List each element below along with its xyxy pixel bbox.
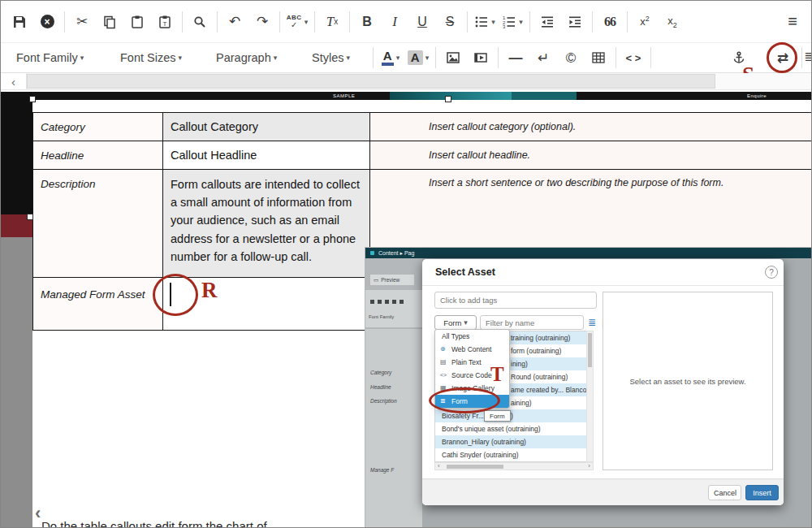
italic-button[interactable]: I bbox=[381, 9, 408, 35]
table-cell-category-hint[interactable]: Insert callout category (optional). bbox=[369, 112, 811, 141]
cancel-button[interactable]: × bbox=[33, 9, 61, 35]
indent-icon bbox=[568, 15, 582, 29]
font-family-dropdown[interactable]: Font Family▾ bbox=[6, 45, 110, 70]
toolbar-divider bbox=[615, 47, 616, 68]
bullet-list-icon bbox=[474, 15, 489, 29]
table-cell-managed-form-asset-label[interactable]: Managed Form Asset bbox=[32, 277, 162, 331]
find-replace-button[interactable] bbox=[186, 9, 214, 35]
styles-dropdown[interactable]: Styles▾ bbox=[301, 45, 369, 70]
toolbar-divider bbox=[182, 11, 183, 32]
annotation-circle-t bbox=[429, 387, 500, 413]
insert-button-dialog[interactable]: Insert bbox=[745, 485, 779, 500]
chevron-down-icon: ▾ bbox=[179, 54, 183, 62]
scroll-left-arrow[interactable]: ‹ bbox=[438, 462, 440, 470]
asset-list-item[interactable]: Bond's unique asset (outraining) bbox=[435, 422, 586, 435]
asset-list-horizontal-scrollbar[interactable]: ‹ › bbox=[434, 462, 594, 470]
scrollbar-thumb[interactable] bbox=[588, 333, 592, 367]
clear-formatting-button[interactable]: Tx bbox=[318, 9, 346, 35]
overflow-toolbar-icon[interactable]: ≣ bbox=[804, 50, 812, 63]
mini-toolbar-icon bbox=[385, 300, 389, 304]
save-button[interactable] bbox=[6, 9, 33, 35]
scroll-right-arrow[interactable]: › bbox=[588, 462, 590, 470]
inset-table-labels: Category Headline Description Manage F bbox=[365, 329, 422, 527]
table-cell-headline-label[interactable]: Headline bbox=[32, 141, 162, 169]
asset-list-item[interactable]: Brannon_Hilary (outraining) bbox=[435, 435, 586, 448]
dropdown-item-all-types[interactable]: All Types bbox=[435, 330, 509, 343]
inset-breadcrumb: Content ▸ Pag bbox=[378, 250, 414, 257]
insert-table-button[interactable] bbox=[585, 45, 612, 71]
scrollbar-thumb[interactable] bbox=[447, 465, 503, 469]
tags-input[interactable] bbox=[434, 292, 597, 309]
mini-toolbar-icon bbox=[370, 300, 374, 304]
asset-type-dropdown-button[interactable]: Form ▾ bbox=[434, 315, 477, 330]
bold-button[interactable]: B bbox=[353, 9, 381, 35]
font-sizes-dropdown[interactable]: Font Sizes▾ bbox=[110, 45, 205, 70]
table-cell-category-label[interactable]: Category bbox=[32, 112, 162, 141]
paste-button[interactable] bbox=[123, 9, 151, 35]
chevron-down-icon: ▾ bbox=[464, 318, 468, 327]
numbered-list-icon: 123 bbox=[502, 15, 516, 29]
line-break-button[interactable]: ↵ bbox=[529, 45, 557, 71]
list-view-icon[interactable]: ≣ bbox=[588, 315, 596, 330]
annotation-circle-s bbox=[767, 42, 797, 73]
help-icon[interactable]: ? bbox=[765, 266, 778, 279]
text-color-icon: A bbox=[382, 50, 394, 67]
redo-button[interactable]: ↷ bbox=[248, 9, 276, 35]
table-cell-description-value[interactable]: Form callouts are intended to collect a … bbox=[162, 169, 369, 277]
subscript-button[interactable]: x2 bbox=[659, 9, 686, 35]
table-cell-category-value[interactable]: Callout Category bbox=[162, 112, 369, 141]
horizontal-scrollbar[interactable]: ‹ bbox=[1, 73, 811, 90]
insert-image-button[interactable] bbox=[439, 45, 467, 71]
text-color-button[interactable]: A ▾ bbox=[377, 45, 404, 71]
table-cell-description-label[interactable]: Description bbox=[32, 169, 162, 277]
cancel-button-dialog[interactable]: Cancel bbox=[708, 485, 741, 500]
filter-by-name-input[interactable] bbox=[480, 315, 584, 330]
cut-button[interactable]: ✂ bbox=[68, 9, 96, 35]
paragraph-dropdown[interactable]: Paragraph▾ bbox=[205, 45, 301, 70]
scroll-left-arrow-bottom[interactable]: ‹ bbox=[35, 503, 41, 524]
toolbar-divider bbox=[435, 47, 436, 68]
image-icon bbox=[446, 50, 460, 65]
chevron-down-icon: ▾ bbox=[304, 18, 309, 26]
toolbar-divider bbox=[64, 11, 65, 32]
dropdown-item-web-content[interactable]: ⊕ Web Content bbox=[435, 343, 509, 356]
toolbar-row-2: Font Family▾ Font Sizes▾ Paragraph▾ Styl… bbox=[1, 43, 811, 73]
numbered-list-button[interactable]: 123 ▾ bbox=[499, 9, 526, 35]
undo-button[interactable]: ↶ bbox=[221, 9, 248, 35]
table-cell-headline-hint[interactable]: Insert callout headline. bbox=[369, 141, 811, 169]
insert-media-button[interactable] bbox=[467, 45, 495, 71]
bullet-list-button[interactable]: ▾ bbox=[471, 9, 499, 35]
scroll-left-arrow[interactable]: ‹ bbox=[1, 73, 27, 89]
editor-window: × ✂ T ↶ ↷ ABC ✓ ▾ bbox=[0, 0, 812, 528]
selection-handle-top-left[interactable] bbox=[29, 96, 36, 102]
paste-as-text-button[interactable]: T bbox=[151, 9, 179, 35]
spellcheck-button[interactable]: ABC ✓ ▾ bbox=[283, 9, 311, 35]
spellcheck-icon: ABC ✓ bbox=[287, 15, 302, 29]
indent-button[interactable] bbox=[561, 9, 589, 35]
page-background-strip-dark bbox=[1, 92, 32, 214]
banner-teal-shape bbox=[512, 92, 577, 100]
scrollbar-thumb[interactable] bbox=[27, 74, 715, 89]
copyright-symbol-button[interactable]: © bbox=[557, 45, 585, 71]
selection-handle-left-middle[interactable] bbox=[27, 214, 33, 220]
superscript-icon: x2 bbox=[640, 15, 650, 28]
superscript-button[interactable]: x2 bbox=[631, 9, 659, 35]
asset-list-vertical-scrollbar[interactable] bbox=[586, 331, 594, 462]
inset-font-family-label: Font Family bbox=[369, 314, 394, 319]
table-cell-headline-value[interactable]: Callout Headline bbox=[162, 141, 369, 169]
page-header-banner: SAMPLE Enquire bbox=[32, 92, 811, 100]
underline-button[interactable]: U bbox=[408, 9, 436, 35]
background-color-button[interactable]: A ▾ bbox=[404, 45, 432, 71]
source-code-button[interactable]: < > bbox=[620, 45, 647, 71]
toolbar-menu-button[interactable]: ≡ bbox=[779, 9, 806, 35]
copy-button[interactable] bbox=[96, 9, 123, 35]
horizontal-rule-button[interactable]: — bbox=[502, 45, 529, 71]
asset-list-item[interactable]: Cathi Snyder (outraining) bbox=[435, 448, 586, 461]
blockquote-button[interactable]: 66 bbox=[596, 9, 624, 35]
selection-handle-top-center[interactable] bbox=[445, 96, 451, 102]
outdent-button[interactable] bbox=[533, 9, 561, 35]
strikethrough-button[interactable]: S bbox=[436, 9, 464, 35]
dialog-title: Select Asset bbox=[435, 266, 495, 278]
toolbar-divider bbox=[498, 47, 499, 68]
strikethrough-icon: S bbox=[446, 15, 455, 29]
